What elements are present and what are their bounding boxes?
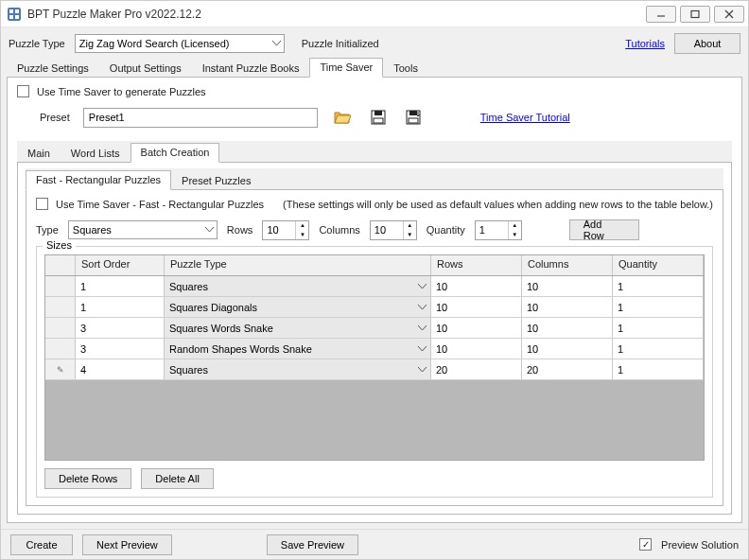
- preview-solution-checkbox[interactable]: [639, 538, 652, 551]
- tab-puzzle-settings[interactable]: Puzzle Settings: [7, 59, 99, 78]
- use-time-saver-label: Use Time Saver to generate Puzzles: [37, 86, 206, 97]
- table-row[interactable]: 1Squares10101: [45, 276, 704, 297]
- cell-sort[interactable]: 4: [76, 359, 165, 379]
- grid-header-rows[interactable]: Rows: [431, 255, 522, 275]
- cell-ptype[interactable]: Squares: [165, 276, 431, 296]
- type-label: Type: [36, 224, 59, 236]
- cell-ptype[interactable]: Squares Diagonals: [165, 297, 431, 317]
- chevron-down-icon: [418, 367, 427, 373]
- chevron-down-icon: [418, 305, 427, 310]
- batchtab-preset-puzzles[interactable]: Preset Puzzles: [171, 171, 261, 190]
- add-row-button[interactable]: Add Row: [569, 219, 639, 240]
- status-text: Puzzle Initialized: [302, 38, 379, 49]
- type-combo[interactable]: Squares: [68, 220, 218, 239]
- preview-solution-label: Preview Solution: [661, 539, 739, 551]
- row-header: [45, 339, 76, 359]
- cols-label: Columns: [319, 224, 359, 236]
- save-as-preset-button[interactable]: [403, 107, 426, 128]
- table-row[interactable]: ✎4Squares20201: [45, 359, 704, 380]
- table-row[interactable]: 1Squares Diagonals10101: [45, 297, 704, 318]
- table-row[interactable]: 3Squares Words Snake10101: [45, 318, 704, 339]
- cell-qty[interactable]: 1: [613, 359, 704, 379]
- cell-sort[interactable]: 3: [76, 318, 165, 338]
- batchtab-fast-rectangular-puzzles[interactable]: Fast - Rectangular Puzzles: [26, 170, 171, 190]
- svg-rect-2: [15, 9, 19, 13]
- table-row[interactable]: 3Random Shapes Words Snake10101: [45, 339, 704, 359]
- tab-time-saver[interactable]: Time Saver: [309, 58, 383, 78]
- rows-label: Rows: [227, 224, 253, 236]
- cell-qty[interactable]: 1: [613, 276, 704, 296]
- grid-header-sort[interactable]: Sort Order: [76, 255, 165, 275]
- cell-sort[interactable]: 3: [76, 339, 165, 359]
- svg-rect-3: [9, 15, 13, 19]
- cell-ptype[interactable]: Random Shapes Words Snake: [165, 339, 431, 359]
- chevron-down-icon: [418, 346, 427, 352]
- tutorials-link[interactable]: Tutorials: [625, 38, 665, 49]
- cell-rows[interactable]: 10: [431, 339, 522, 359]
- grid-header-cols[interactable]: Columns: [522, 255, 613, 275]
- maximize-button[interactable]: [680, 6, 710, 23]
- next-preview-button[interactable]: Next Preview: [82, 534, 172, 555]
- use-fast-checkbox[interactable]: [36, 198, 48, 210]
- subtab-word-lists[interactable]: Word Lists: [61, 144, 131, 163]
- cell-rows[interactable]: 10: [431, 276, 522, 296]
- cell-cols[interactable]: 20: [522, 359, 613, 379]
- tab-instant-puzzle-books[interactable]: Instant Puzzle Books: [192, 59, 310, 78]
- delete-all-button[interactable]: Delete All: [141, 468, 213, 489]
- window-title: BPT Puzzle Maker Pro v2022.12.2: [27, 8, 642, 21]
- chevron-down-icon: [418, 284, 427, 289]
- subtab-main[interactable]: Main: [17, 144, 61, 163]
- grid-header-ptype[interactable]: Puzzle Type: [165, 255, 431, 275]
- use-fast-hint: (These settings will only be used as def…: [283, 199, 713, 210]
- minimize-button[interactable]: [646, 6, 676, 23]
- cell-sort[interactable]: 1: [76, 297, 165, 317]
- time-saver-tutorial-link[interactable]: Time Saver Tutorial: [480, 112, 570, 123]
- open-preset-button[interactable]: [331, 107, 354, 128]
- tab-output-settings[interactable]: Output Settings: [99, 59, 192, 78]
- preset-label: Preset: [40, 112, 70, 123]
- cell-cols[interactable]: 10: [522, 339, 613, 359]
- cell-ptype[interactable]: Squares: [165, 359, 431, 379]
- row-header: [45, 297, 76, 317]
- cell-cols[interactable]: 10: [522, 318, 613, 338]
- cols-spinner[interactable]: 10▲▼: [370, 220, 417, 240]
- row-header: ✎: [45, 359, 76, 379]
- sizes-legend: Sizes: [43, 239, 76, 251]
- puzzle-type-combo[interactable]: Zig Zag Word Search (Licensed): [75, 34, 285, 53]
- cell-ptype[interactable]: Squares Words Snake: [165, 318, 431, 338]
- subtab-batch-creation[interactable]: Batch Creation: [131, 143, 220, 163]
- cell-sort[interactable]: 1: [76, 276, 165, 296]
- chevron-down-icon: [272, 41, 281, 46]
- cell-qty[interactable]: 1: [613, 297, 704, 317]
- cell-qty[interactable]: 1: [613, 318, 704, 338]
- tab-tools[interactable]: Tools: [383, 59, 428, 78]
- row-header: [45, 318, 76, 338]
- chevron-down-icon: [418, 325, 427, 331]
- cell-rows[interactable]: 10: [431, 297, 522, 317]
- use-time-saver-checkbox[interactable]: [17, 85, 29, 97]
- preset-input[interactable]: Preset1: [83, 108, 318, 128]
- qty-spinner[interactable]: 1▲▼: [475, 220, 522, 240]
- svg-rect-4: [15, 15, 19, 19]
- cell-rows[interactable]: 10: [431, 318, 522, 338]
- rows-spinner[interactable]: 10▲▼: [262, 220, 309, 240]
- grid-header-lead: [45, 255, 76, 275]
- cell-qty[interactable]: 1: [613, 339, 704, 359]
- sizes-grid[interactable]: Sort Order Puzzle Type Rows Columns Quan…: [44, 254, 705, 461]
- create-button[interactable]: Create: [10, 534, 73, 555]
- puzzle-type-value: Zig Zag Word Search (Licensed): [79, 38, 230, 49]
- puzzle-type-label: Puzzle Type: [9, 38, 65, 49]
- cell-cols[interactable]: 10: [522, 276, 613, 296]
- close-button[interactable]: [714, 6, 744, 23]
- delete-rows-button[interactable]: Delete Rows: [44, 468, 131, 489]
- save-preview-button[interactable]: Save Preview: [267, 534, 358, 555]
- save-preset-button[interactable]: [367, 107, 390, 128]
- titlebar: BPT Puzzle Maker Pro v2022.12.2: [1, 1, 748, 27]
- about-button[interactable]: About: [674, 33, 740, 54]
- cell-rows[interactable]: 20: [431, 359, 522, 379]
- row-header: [45, 276, 76, 296]
- main-tabs: Puzzle SettingsOutput SettingsInstant Pu…: [1, 56, 748, 77]
- cell-cols[interactable]: 10: [522, 297, 613, 317]
- grid-header-qty[interactable]: Quantity: [613, 255, 704, 275]
- qty-label: Quantity: [427, 224, 465, 236]
